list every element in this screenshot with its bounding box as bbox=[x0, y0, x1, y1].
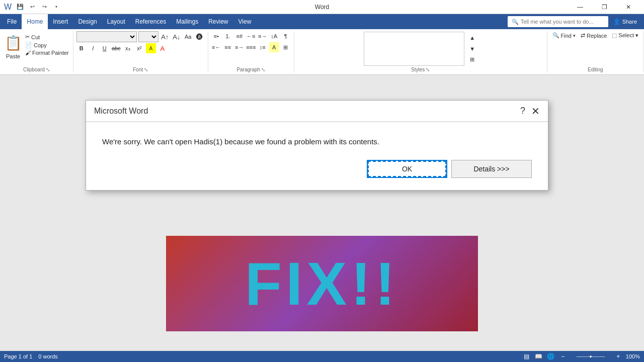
tab-insert[interactable]: Insert bbox=[48, 14, 73, 29]
dialog-body: We're sorry. We can't open Hadis(1) beca… bbox=[86, 122, 548, 190]
undo-button[interactable]: ↩ bbox=[27, 2, 38, 13]
tab-home[interactable]: Home bbox=[22, 14, 48, 29]
increase-font-button[interactable]: A↑ bbox=[160, 32, 170, 42]
replace-icon: ⇄ bbox=[581, 32, 585, 39]
tab-layout[interactable]: Layout bbox=[102, 14, 130, 29]
search-box[interactable]: 🔍 bbox=[508, 16, 608, 27]
decrease-indent-button[interactable]: ←≡ bbox=[246, 31, 256, 41]
replace-button[interactable]: ⇄ Replace bbox=[579, 31, 609, 40]
tab-design[interactable]: Design bbox=[73, 14, 102, 29]
styles-label: Styles ⤡ bbox=[411, 66, 430, 72]
read-mode-icon[interactable]: 📖 bbox=[534, 352, 543, 361]
styles-gallery[interactable] bbox=[364, 32, 464, 66]
copy-button[interactable]: 📄 Copy bbox=[24, 41, 70, 49]
format-painter-label: Format Painter bbox=[32, 50, 69, 56]
share-icon: 👤 bbox=[613, 19, 620, 25]
customize-quick-access-button[interactable]: ▾ bbox=[51, 2, 62, 13]
select-button[interactable]: ⬚ Select ▾ bbox=[610, 31, 640, 40]
clipboard-expand-icon[interactable]: ⤡ bbox=[46, 67, 50, 72]
share-area: 👤 Share bbox=[608, 19, 642, 25]
minimize-button[interactable]: — bbox=[569, 0, 592, 14]
font-expand-icon[interactable]: ⤡ bbox=[144, 67, 148, 72]
justify-button[interactable]: ≡≡≡ bbox=[246, 42, 256, 52]
ok-button[interactable]: OK bbox=[367, 160, 447, 178]
bold-button[interactable]: B bbox=[76, 43, 87, 53]
italic-button[interactable]: I bbox=[88, 43, 98, 53]
copy-label: Copy bbox=[34, 42, 47, 48]
decrease-font-button[interactable]: A↓ bbox=[172, 32, 182, 42]
window-title: Word bbox=[315, 4, 329, 11]
zoom-level: 100% bbox=[626, 353, 640, 359]
numbering-button[interactable]: 1. bbox=[223, 31, 233, 41]
editing-label: Editing bbox=[588, 66, 603, 72]
dialog-overlay: Microsoft Word ? ✕ We're sorry. We can't… bbox=[0, 75, 644, 351]
zoom-slider[interactable]: ────●──── bbox=[571, 352, 611, 361]
line-spacing-button[interactable]: ↕≡ bbox=[258, 42, 268, 52]
align-right-button[interactable]: ≡→ bbox=[234, 42, 245, 52]
align-left-button[interactable]: ≡← bbox=[211, 42, 221, 52]
save-button[interactable]: 💾 bbox=[15, 2, 26, 13]
details-button[interactable]: Details >>> bbox=[451, 160, 532, 178]
share-label[interactable]: Share bbox=[622, 19, 637, 25]
borders-button[interactable]: ⊞ bbox=[281, 42, 291, 52]
paragraph-group-content: ≡• 1. ≡# ←≡ ≡→ ↕A ¶ ≡← ≡≡ ≡→ ≡≡≡ ↕≡ A ⊞ bbox=[211, 31, 291, 66]
superscript-button[interactable]: x² bbox=[134, 43, 144, 53]
tab-review[interactable]: Review bbox=[203, 14, 233, 29]
paste-button[interactable]: 📋 Paste bbox=[3, 31, 23, 60]
strikethrough-button[interactable]: abc bbox=[111, 43, 121, 53]
change-case-button[interactable]: Aa bbox=[183, 32, 193, 42]
dialog-help-button[interactable]: ? bbox=[520, 106, 525, 116]
font-color-button[interactable]: A bbox=[157, 43, 168, 53]
print-layout-icon[interactable]: ▤ bbox=[522, 352, 531, 361]
styles-down-button[interactable]: ▼ bbox=[467, 44, 477, 54]
document-area: Microsoft Word ? ✕ We're sorry. We can't… bbox=[0, 75, 644, 351]
clipboard-label: Clipboard ⤡ bbox=[23, 66, 50, 72]
align-center-button[interactable]: ≡≡ bbox=[223, 42, 233, 52]
show-marks-button[interactable]: ¶ bbox=[281, 31, 291, 41]
subscript-button[interactable]: x₂ bbox=[123, 43, 133, 53]
paragraph-expand-icon[interactable]: ⤡ bbox=[261, 67, 265, 72]
increase-indent-button[interactable]: ≡→ bbox=[258, 31, 268, 41]
dialog-buttons: OK Details >>> bbox=[102, 160, 532, 178]
underline-button[interactable]: U bbox=[100, 43, 110, 53]
styles-expand-icon[interactable]: ⤡ bbox=[426, 67, 430, 72]
para-row-1: ≡• 1. ≡# ←≡ ≡→ ↕A ¶ bbox=[211, 31, 291, 41]
font-row-2: B I U abc x₂ x² A A bbox=[76, 43, 168, 53]
font-size-select[interactable] bbox=[138, 31, 158, 42]
tab-view[interactable]: View bbox=[233, 14, 257, 29]
tab-file[interactable]: File bbox=[2, 14, 22, 29]
cut-icon: ✂ bbox=[25, 34, 30, 40]
styles-up-button[interactable]: ▲ bbox=[467, 33, 477, 43]
shading-button[interactable]: A bbox=[269, 42, 279, 52]
status-bar: Page 1 of 1 0 words ▤ 📖 🌐 − ────●──── + … bbox=[0, 351, 644, 362]
find-dropdown-icon: ▾ bbox=[573, 33, 576, 38]
format-painter-button[interactable]: 🖌 Format Painter bbox=[24, 49, 70, 56]
close-button[interactable]: ✕ bbox=[617, 0, 640, 14]
find-label: Find bbox=[561, 33, 572, 39]
cut-button[interactable]: ✂ Cut bbox=[24, 33, 70, 41]
bullets-button[interactable]: ≡• bbox=[211, 31, 221, 41]
clear-formatting-button[interactable]: 🅐 bbox=[195, 32, 205, 42]
web-layout-icon[interactable]: 🌐 bbox=[546, 352, 555, 361]
sort-button[interactable]: ↕A bbox=[269, 31, 279, 41]
redo-button[interactable]: ↪ bbox=[39, 2, 50, 13]
styles-group: ▲ ▼ ⊞ Styles ⤡ bbox=[294, 31, 547, 72]
cut-label: Cut bbox=[31, 34, 40, 40]
zoom-out-icon[interactable]: − bbox=[558, 352, 568, 361]
tab-references[interactable]: References bbox=[130, 14, 171, 29]
window-controls: — ❐ ✕ bbox=[569, 0, 640, 14]
tab-mailings[interactable]: Mailings bbox=[171, 14, 203, 29]
multilevel-list-button[interactable]: ≡# bbox=[234, 31, 245, 41]
search-input[interactable] bbox=[521, 19, 601, 25]
styles-expand-button[interactable]: ⊞ bbox=[467, 55, 477, 65]
highlight-color-button[interactable]: A bbox=[146, 43, 156, 53]
find-button[interactable]: 🔍 Find ▾ bbox=[550, 31, 578, 40]
zoom-in-icon[interactable]: + bbox=[614, 352, 623, 361]
paste-label: Paste bbox=[6, 53, 20, 59]
status-right: ▤ 📖 🌐 − ────●──── + 100% bbox=[522, 352, 640, 361]
font-name-select[interactable] bbox=[76, 31, 137, 42]
dialog-controls: ? ✕ bbox=[520, 106, 540, 116]
restore-button[interactable]: ❐ bbox=[593, 0, 616, 14]
dialog-close-button[interactable]: ✕ bbox=[531, 106, 540, 116]
dialog-titlebar: Microsoft Word ? ✕ bbox=[86, 101, 548, 122]
